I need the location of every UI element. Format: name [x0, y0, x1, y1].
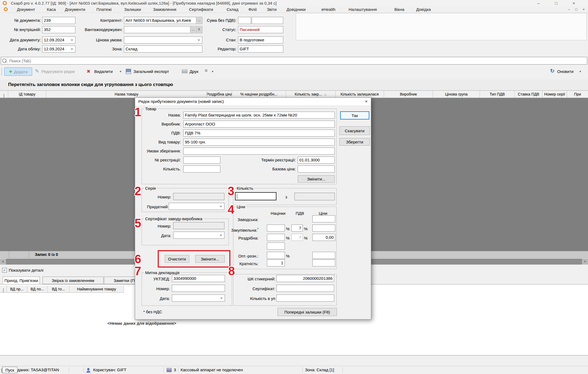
manufacturer-field[interactable]: Агропласт ООО: [183, 121, 335, 128]
sum-no-vat-field-1[interactable]: [238, 17, 251, 24]
search-bar[interactable]: [1, 57, 587, 65]
reg-number-field[interactable]: [183, 157, 220, 164]
add-button[interactable]: + Додати: [4, 68, 32, 76]
menu-reports[interactable]: Звіти: [267, 7, 277, 13]
customs-number-field[interactable]: [172, 285, 225, 292]
doc-number-field[interactable]: 239: [42, 17, 75, 24]
menu-payments[interactable]: Платежі: [96, 7, 112, 13]
close-icon[interactable]: ×: [568, 0, 580, 7]
column-natsinky[interactable]: % націнки роздрібн...: [232, 90, 286, 98]
print-button[interactable]: Друк: [190, 68, 198, 76]
purchase-markup-input[interactable]: [267, 225, 285, 232]
delete-dropdown-icon[interactable]: ▼: [119, 70, 122, 73]
menu-windows[interactable]: Вікна: [394, 7, 404, 13]
column-prym[interactable]: При: [567, 90, 588, 98]
menu-kasa[interactable]: Каса: [47, 7, 56, 13]
menu-warehouse[interactable]: Склад: [227, 7, 238, 13]
series-number-field[interactable]: [173, 193, 224, 200]
ok-button[interactable]: Так: [340, 111, 369, 119]
start-button[interactable]: Пуск: [2, 367, 17, 373]
kind-field[interactable]: 95-100 грн.: [183, 139, 335, 146]
name-field[interactable]: Family Plast бактерицидни на шолк. осн. …: [183, 112, 335, 119]
sum-no-vat-field-2[interactable]: [252, 17, 283, 24]
column-id-tovaru[interactable]: ІД товару: [8, 90, 46, 98]
multiplicity-input[interactable]: 1: [267, 259, 285, 266]
column-nomer-serii[interactable]: Номер серії: [543, 90, 567, 98]
multiplicity-price-field[interactable]: [312, 259, 335, 266]
purchase-price-field[interactable]: [312, 225, 335, 232]
mdi-minimize-icon[interactable]: –: [566, 7, 572, 12]
extra-markup-input[interactable]: [267, 243, 285, 250]
column-vyrobnyk[interactable]: Виробник: [384, 90, 433, 98]
menu-directories[interactable]: Довідники: [287, 7, 306, 13]
toolbar-grip[interactable]: [1, 68, 2, 75]
wholesale-markup-input[interactable]: [267, 252, 285, 259]
scroll-left-icon[interactable]: <: [0, 259, 6, 265]
column-rozdribna-tsina[interactable]: Роздрібна ціна: [207, 90, 232, 98]
quantity-total-field[interactable]: [294, 193, 335, 200]
details-column-name[interactable]: Найменування товару: [69, 286, 124, 293]
shk-field[interactable]: 2060000201386: [276, 275, 334, 282]
contractor-field[interactable]: Апт №003 пгт.Барышевка, ул.Киев ...: [124, 17, 202, 24]
menu-settings[interactable]: Налаштування: [349, 7, 377, 13]
consignee-field[interactable]: ... X: [124, 26, 202, 33]
column-kilkist-zalysh[interactable]: Кількість залишилася: [336, 90, 384, 98]
certificate-number-field[interactable]: [173, 222, 224, 229]
details-column-vd-to[interactable]: ВД то...: [48, 286, 69, 293]
list-icon[interactable]: ≡: [205, 68, 208, 73]
search-input[interactable]: [9, 58, 582, 64]
dialog-close-icon[interactable]: ×: [365, 99, 368, 104]
wholesale-price-field[interactable]: [312, 252, 335, 259]
mdi-maximize-icon[interactable]: □: [573, 7, 580, 12]
refresh-dropdown-icon[interactable]: ▼: [579, 70, 581, 73]
menu-branches[interactable]: Філії: [248, 7, 257, 13]
factory-price-field[interactable]: [312, 215, 335, 222]
customs-date-combo[interactable]: [172, 295, 225, 302]
quantity-input-focused[interactable]: [235, 192, 276, 200]
price-condition-combo[interactable]: [124, 36, 202, 44]
menu-remains[interactable]: Залишки: [124, 7, 141, 13]
uktzed-field[interactable]: 3304990000: [172, 275, 225, 282]
minimize-icon[interactable]: –: [532, 0, 544, 7]
sticker-certificate-field[interactable]: [276, 285, 334, 292]
column-tsinova-grupa[interactable]: Цінова група: [433, 90, 480, 98]
doc-date-field[interactable]: 12.09.2024: [42, 36, 75, 44]
save-button[interactable]: Зберегти: [339, 138, 370, 146]
menu-document[interactable]: Документ: [17, 7, 35, 13]
edit-row-button[interactable]: Редагувати рядок: [41, 68, 75, 76]
base-price-field[interactable]: [298, 165, 335, 173]
tab-prykhid-pryviazky[interactable]: Прихід. Прив'язки: [3, 277, 40, 284]
show-details-checkbox[interactable]: ✓: [2, 268, 7, 272]
column-stavka-pdv[interactable]: Ставка ПДВ: [515, 90, 543, 98]
zone-field[interactable]: Склад: [124, 45, 202, 53]
menu-certificates[interactable]: Сертифікати: [189, 7, 213, 13]
cancel-button[interactable]: Скасувати: [339, 126, 370, 135]
menu-ehealth[interactable]: eHealth: [321, 7, 336, 13]
scroll-right-icon[interactable]: >: [582, 259, 588, 265]
certificate-date-combo[interactable]: [173, 232, 224, 239]
account-date-field[interactable]: 12.09.2024: [42, 45, 75, 53]
quantity-field[interactable]: [183, 165, 220, 173]
menu-help[interactable]: Довідка: [416, 7, 431, 13]
export-button[interactable]: Загальний експорт: [133, 68, 169, 76]
browse-icon[interactable]: ...: [190, 27, 196, 33]
column-typ-pdv[interactable]: Тип ПДВ: [480, 90, 515, 98]
menu-orders[interactable]: Замовлення: [153, 7, 176, 13]
refresh-button[interactable]: Оновити: [557, 68, 574, 76]
purchase-vat-input[interactable]: 7: [291, 225, 303, 232]
mdi-close-icon[interactable]: ×: [580, 7, 587, 12]
retail-markup-input[interactable]: [267, 234, 285, 241]
dialog-title-bar[interactable]: Рядок прибуткового документа (новий запи…: [135, 98, 371, 106]
product-change-button[interactable]: Змінити...: [298, 175, 335, 183]
tab-zvirka[interactable]: Звірка із замовленням: [42, 277, 103, 284]
delete-button[interactable]: Видалити: [94, 68, 113, 76]
group-by-panel[interactable]: Перетягніть заголовок колонки сюди для у…: [0, 79, 588, 90]
details-column-vd-pr[interactable]: ВД пр...: [7, 286, 27, 293]
details-column-vd-po[interactable]: ВД по...: [27, 286, 48, 293]
retail-price-field[interactable]: 0,00: [312, 234, 335, 241]
column-kilkist-zakr[interactable]: Кількість закр...△: [286, 90, 336, 98]
series-valid-combo[interactable]: [169, 203, 224, 210]
previous-remains-button[interactable]: Попередні залишки (F8): [278, 308, 337, 316]
qty-pack-field[interactable]: [276, 295, 334, 302]
list-dropdown-icon[interactable]: ▼: [211, 70, 214, 73]
